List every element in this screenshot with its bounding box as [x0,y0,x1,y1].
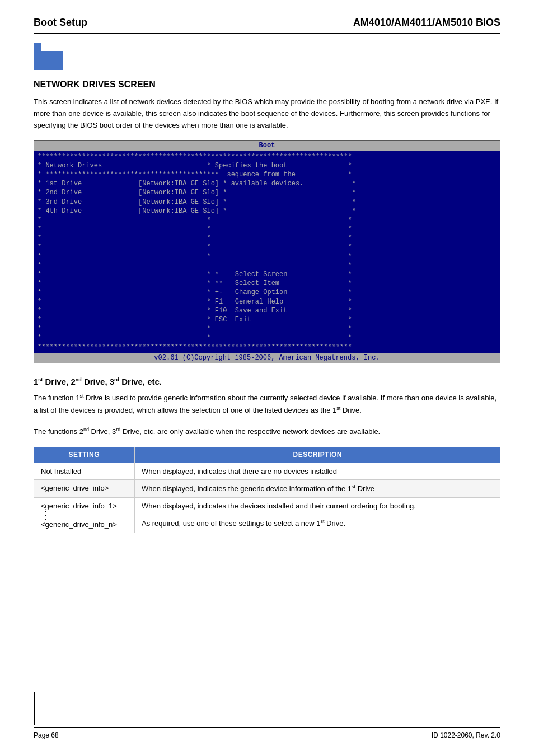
bios-screen: Boot ***********************************… [34,140,500,363]
table-row: <generic_drive_info> When displayed, ind… [34,480,500,497]
bios-row-save-exit: * * F10 Save and Exit * [36,306,498,315]
table-row: <generic_drive_info_1> ⋮ <generic_drive_… [34,497,500,533]
table-header-setting: SETTING [34,447,135,463]
table-header-description: DESCRIPTION [135,447,500,463]
sub-section-para2: The functions 2nd Drive, 3rd Drive, etc.… [34,426,500,438]
bios-footer-text: v02.61 (C)Copyright 1985-2006, American … [154,354,380,362]
settings-table: SETTING DESCRIPTION Not Installed When d… [34,447,500,533]
header-right: AM4010/AM4011/AM5010 BIOS [353,17,500,29]
table-row: Not Installed When displayed, indicates … [34,463,500,480]
bios-content: ****************************************… [34,151,500,353]
header-divider [34,33,500,34]
bios-row: * * * [36,333,498,342]
table-cell-description: When displayed, indicates the devices in… [135,497,500,533]
bios-row: * Network Drives * Specifies the boot * [36,161,498,170]
bios-row-change-option: * * +- Change Option * [36,288,498,297]
bios-row: * 3rd Drive [Network:IBA GE Slo] * * [36,198,498,207]
left-border-bar [34,692,35,725]
footer-page: Page 68 [34,731,59,739]
bios-row: * * * [36,216,498,225]
table-cell-description: When displayed, indicates that there are… [135,463,500,480]
corner-icon [34,43,63,70]
bios-row: * **************************************… [36,170,498,179]
svg-rect-1 [41,43,63,51]
page-header: Boot Setup AM4010/AM4011/AM5010 BIOS [34,17,500,29]
bios-row: * * * [36,324,498,333]
bios-row: * * * [36,234,498,242]
table-cell-description: When displayed, indicates the generic de… [135,480,500,497]
table-cell-setting: <generic_drive_info_1> ⋮ <generic_drive_… [34,497,135,533]
bios-row: ****************************************… [36,152,498,161]
bios-row: * 4th Drive [Network:IBA GE Slo] * * [36,207,498,216]
bios-row-select-screen: * * * Select Screen * [36,270,498,279]
bios-row: * * * [36,242,498,251]
bios-row-select-item: * * ** Select Item * [36,279,498,288]
sub-section-para1: The function 1st Drive is used to provid… [34,392,500,417]
bios-row: * * * [36,225,498,234]
bios-title-bar: Boot [34,141,500,151]
bios-row: ****************************************… [36,343,498,352]
sub-section-title: 1st Drive, 2nd Drive, 3rd Drive, etc. [34,377,500,386]
table-cell-setting: <generic_drive_info> [34,480,135,497]
bios-row-general-help: * * F1 General Help * [36,297,498,306]
header-left: Boot Setup [34,17,87,29]
bios-row: * 1st Drive [Network:IBA GE Slo] * avail… [36,179,498,188]
table-cell-setting: Not Installed [34,463,135,480]
bios-footer-bar: v02.61 (C)Copyright 1985-2006, American … [34,353,500,363]
bios-row: * * [36,261,498,270]
bios-row-exit: * * ESC Exit * [36,315,498,324]
bios-row: * * * [36,252,498,261]
page-footer: Page 68 ID 1022-2060, Rev. 2.0 [34,727,500,739]
section-body: This screen indicates a list of network … [34,96,500,131]
bios-row: * 2nd Drive [Network:IBA GE Slo] * * [36,188,498,197]
bios-title: Boot [259,142,275,150]
footer-id: ID 1022-2060, Rev. 2.0 [432,731,500,739]
section-title: NETWORK DRIVES SCREEN [34,80,500,90]
